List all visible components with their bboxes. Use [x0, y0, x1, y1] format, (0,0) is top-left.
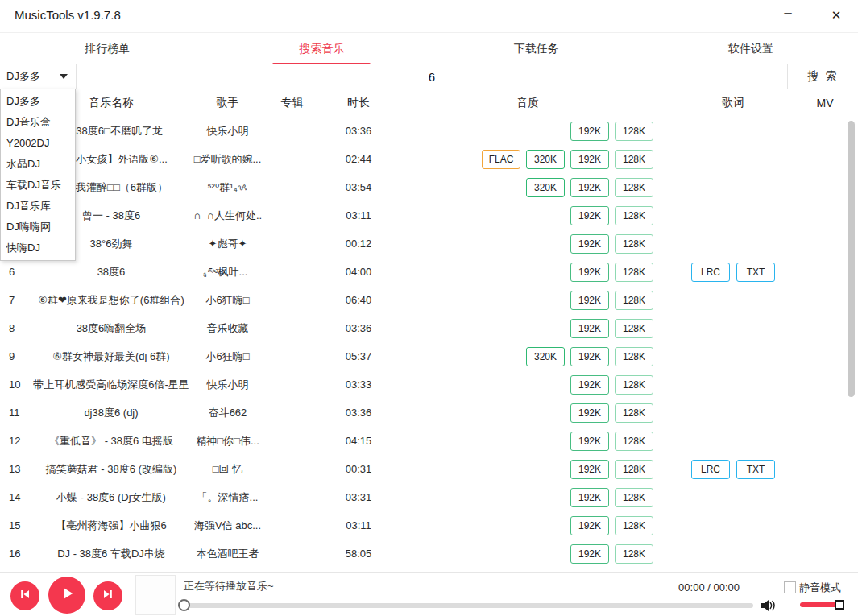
volume-track[interactable]: [800, 602, 839, 607]
quality-button-192k[interactable]: 192K: [570, 263, 609, 282]
quality-button-128k[interactable]: 128K: [615, 460, 653, 479]
search-input[interactable]: [77, 64, 787, 89]
dropdown-option[interactable]: DJ多多: [1, 91, 75, 112]
quality-button-192k[interactable]: 192K: [570, 291, 609, 310]
speaker-icon[interactable]: [760, 597, 777, 616]
quality-button-192k[interactable]: 192K: [570, 319, 609, 338]
quality-button-320k[interactable]: 320K: [526, 178, 565, 197]
table-row: 10带上耳机感受高临场深度6倍-星星快乐小明03:33192K128K: [0, 370, 844, 399]
singer-name: 小6狂嗨□: [193, 293, 262, 308]
quality-button-128k[interactable]: 128K: [615, 488, 653, 507]
quality-button-128k[interactable]: 128K: [615, 291, 653, 310]
singer-name: 本色酒吧王者: [193, 547, 262, 561]
search-button[interactable]: 搜 索: [787, 64, 858, 89]
quality-button-flac[interactable]: FLAC: [482, 150, 520, 169]
quality-button-128k[interactable]: 128K: [615, 122, 653, 141]
play-button[interactable]: [48, 577, 85, 614]
table-row: 538°6劲舞✦彪哥✦00:12192K128K: [0, 229, 844, 258]
table-row: 15【亳州蒋海强】小曲狠6海强V信 abc...03:11192K128K: [0, 511, 844, 540]
dropdown-option[interactable]: DJ音乐盒: [1, 112, 75, 133]
quality-button-320k[interactable]: 320K: [526, 347, 565, 366]
window-title: MusicTools v1.9.7.8: [15, 8, 121, 22]
quality-button-128k[interactable]: 128K: [615, 263, 653, 282]
quality-button-128k[interactable]: 128K: [615, 432, 653, 451]
music-name: 38度6嗨翻全场: [29, 321, 193, 336]
duration: 04:00: [322, 266, 395, 278]
next-track-button[interactable]: [93, 581, 122, 610]
row-number: 16: [0, 548, 29, 560]
tab-download-tasks[interactable]: 下载任务: [429, 33, 644, 64]
lyrics-button-lrc[interactable]: LRC: [691, 263, 730, 282]
duration: 02:44: [322, 153, 395, 165]
quality-button-128k[interactable]: 128K: [615, 150, 653, 169]
close-button[interactable]: ✕: [824, 4, 848, 27]
progress-thumb[interactable]: [178, 599, 190, 611]
quality-cell: 192K128K: [395, 516, 661, 535]
quality-button-192k[interactable]: 192K: [570, 122, 609, 141]
quality-button-192k[interactable]: 192K: [570, 206, 609, 225]
quality-button-192k[interactable]: 192K: [570, 375, 609, 395]
quality-button-128k[interactable]: 128K: [615, 178, 653, 197]
dropdown-option[interactable]: 水晶DJ: [1, 154, 75, 175]
vertical-scrollbar[interactable]: [848, 121, 855, 397]
quality-button-192k[interactable]: 192K: [570, 516, 609, 535]
singer-name: ✦彪哥✦: [193, 237, 262, 251]
quality-button-192k[interactable]: 192K: [570, 432, 609, 451]
table-row: 9⑥群女神最好最美(dj 6群)小6狂嗨□05:37320K192K128K: [0, 342, 844, 370]
quality-button-192k[interactable]: 192K: [570, 178, 609, 197]
quality-button-192k[interactable]: 192K: [570, 460, 609, 479]
quality-cell: 192K128K: [395, 263, 661, 282]
dropdown-option[interactable]: DJ嗨嗨网: [1, 217, 75, 238]
quality-button-128k[interactable]: 128K: [615, 347, 653, 366]
source-select[interactable]: DJ多多: [0, 64, 77, 89]
quality-button-128k[interactable]: 128K: [615, 234, 653, 254]
row-number: 11: [0, 407, 29, 419]
quality-cell: 192K128K: [395, 206, 661, 225]
quality-cell: 192K128K: [395, 234, 661, 254]
tab-bar: 排行榜单 搜索音乐 下载任务 软件设置: [0, 33, 858, 64]
quality-button-128k[interactable]: 128K: [615, 375, 653, 395]
quality-button-192k[interactable]: 192K: [570, 403, 609, 423]
lyrics-button-txt[interactable]: TXT: [736, 263, 775, 282]
quality-button-192k[interactable]: 192K: [570, 544, 609, 564]
previous-track-button[interactable]: [10, 581, 39, 610]
dropdown-option[interactable]: DJ音乐库: [1, 196, 75, 217]
quality-button-192k[interactable]: 192K: [570, 347, 609, 366]
tab-ranking[interactable]: 排行榜单: [0, 33, 214, 64]
singer-name: ཇཱུ༄枫ཱ叶...: [193, 265, 262, 279]
lyrics-button-lrc[interactable]: LRC: [691, 460, 730, 479]
volume-thumb[interactable]: [835, 600, 844, 610]
dropdown-option[interactable]: 车载DJ音乐: [1, 175, 75, 196]
dropdown-option[interactable]: Y2002DJ: [1, 133, 75, 154]
row-number: 14: [0, 491, 29, 503]
singer-name: □回 忆: [193, 462, 262, 477]
quality-button-128k[interactable]: 128K: [615, 206, 653, 225]
quality-button-192k[interactable]: 192K: [570, 234, 609, 254]
mute-checkbox[interactable]: [784, 581, 796, 593]
quality-button-128k[interactable]: 128K: [615, 516, 653, 535]
tab-settings[interactable]: 软件设置: [644, 33, 858, 64]
lyrics-cell: LRCTXT: [661, 263, 806, 282]
singer-name: □爱听歌的婉...: [193, 152, 262, 167]
quality-button-320k[interactable]: 320K: [526, 150, 565, 169]
quality-cell: 192K128K: [395, 432, 661, 451]
duration: 06:40: [322, 294, 395, 306]
lyrics-button-txt[interactable]: TXT: [736, 460, 775, 479]
quality-button-192k[interactable]: 192K: [570, 150, 609, 169]
minimize-button[interactable]: –: [776, 4, 800, 27]
title-bar: MusicTools v1.9.7.8 – ✕: [0, 0, 858, 33]
tab-search-music[interactable]: 搜索音乐: [214, 33, 429, 64]
source-select-value: DJ多多: [6, 70, 40, 82]
dropdown-option[interactable]: 快嗨DJ: [1, 238, 75, 258]
quality-button-128k[interactable]: 128K: [615, 403, 653, 423]
progress-track[interactable]: [184, 603, 753, 608]
quality-button-128k[interactable]: 128K: [615, 319, 653, 338]
music-name: dj38度6 (dj): [29, 406, 193, 420]
duration: 03:11: [322, 209, 395, 221]
music-name: ⑥群女神最好最美(dj 6群): [29, 349, 193, 364]
quality-button-192k[interactable]: 192K: [570, 488, 609, 507]
quality-button-128k[interactable]: 128K: [615, 544, 653, 564]
duration: 03:33: [322, 378, 395, 391]
duration: 03:54: [322, 181, 395, 193]
singer-name: 海强V信 abc...: [193, 519, 262, 533]
